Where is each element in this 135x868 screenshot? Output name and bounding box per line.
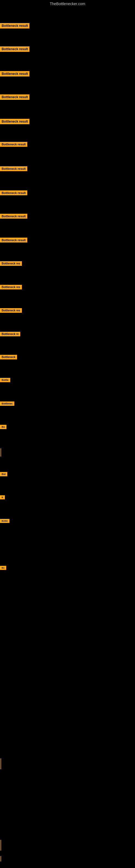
bottleneck-result-badge: Bottleneck xyxy=(0,355,17,360)
bottleneck-result-badge: Bottleneck res xyxy=(0,285,22,289)
bottleneck-indicator-line xyxy=(1,448,1,457)
bottleneck-result-badge: Bot xyxy=(0,472,7,476)
bottleneck-result-badge: B xyxy=(0,495,5,499)
bottleneck-result-badge: Bottleneck result xyxy=(0,214,27,219)
bottleneck-indicator-line xyxy=(1,758,1,769)
bottleneck-result-badge: Bottleneck result xyxy=(0,94,30,100)
bottleneck-result-badge: Bottleneck result xyxy=(0,119,30,124)
bottleneck-result-badge: Bottleneck result xyxy=(0,166,27,171)
bottleneck-result-badge: Bottleneck result xyxy=(0,142,27,147)
bottleneck-result-badge: Bottleneck re xyxy=(0,332,20,336)
bottleneck-indicator-line xyxy=(1,856,1,862)
bottleneck-result-badge: Bottleneck res xyxy=(0,308,22,313)
bottleneck-result-badge: Bo xyxy=(0,425,6,429)
bottleneck-result-badge: Bottleneck result xyxy=(0,46,30,52)
bottleneck-result-badge: Bottle xyxy=(0,519,9,523)
bottleneck-result-badge: Bottleneck result xyxy=(0,71,30,76)
bottleneck-result-badge: Bottleneck result xyxy=(0,23,30,29)
bottleneck-result-badge: Bottleneck res xyxy=(0,261,22,266)
bottleneck-indicator-line xyxy=(1,840,1,850)
bottleneck-result-badge: Bottleneck result xyxy=(0,190,27,195)
bottleneck-result-badge: Bottleneck result xyxy=(0,238,27,243)
site-title: TheBottlenecker.com xyxy=(0,0,135,8)
bottleneck-result-badge: Bo xyxy=(0,566,6,570)
bottleneck-result-badge: Bottle xyxy=(0,378,10,382)
bottleneck-result-badge: Bottlenec xyxy=(0,401,14,406)
